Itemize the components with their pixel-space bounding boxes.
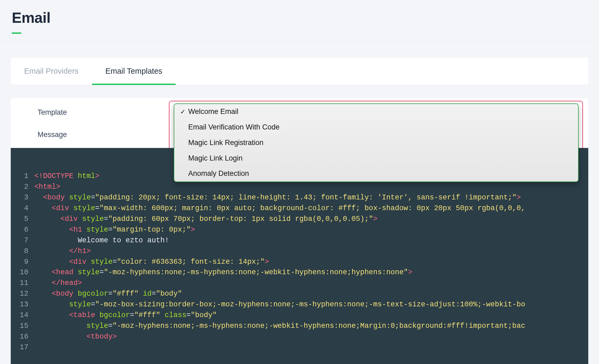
editor-code[interactable]: <!DOCTYPE html><html> <body style="paddi… <box>32 169 588 353</box>
dropdown-option-magic-link-login[interactable]: Magic Link Login <box>174 151 578 166</box>
page-title: Email <box>12 9 50 26</box>
editor-line[interactable]: </head> <box>34 278 588 289</box>
editor-line[interactable]: style="-moz-box-sizing:border-box;-moz-h… <box>34 299 588 310</box>
tab-email-providers[interactable]: Email Providers <box>11 58 92 85</box>
editor-line[interactable]: <div style="max-width: 600px; margin: 0p… <box>34 203 588 214</box>
check-icon: ✓ <box>180 107 188 117</box>
dropdown-option-label: Anomaly Detection <box>188 168 249 179</box>
dropdown-option-label: Magic Link Registration <box>188 137 264 148</box>
editor-line[interactable]: <div style="padding: 60px 70px; border-t… <box>34 214 588 225</box>
editor-line[interactable]: <body style="padding: 20px; font-size: 1… <box>34 192 588 203</box>
tab-email-templates[interactable]: Email Templates <box>92 58 176 85</box>
template-label: Template <box>38 107 166 117</box>
editor-line[interactable]: Welcome to ezto auth! <box>34 235 588 246</box>
tab-bar: Email Providers Email Templates <box>11 58 588 85</box>
dropdown-option-magic-link-registration[interactable]: Magic Link Registration <box>174 135 578 151</box>
editor-line[interactable]: </h1> <box>34 246 588 257</box>
editor-line[interactable]: <div style="color: #636363; font-size: 1… <box>34 257 588 268</box>
dropdown-option-welcome-email[interactable]: ✓ Welcome Email <box>174 104 578 120</box>
dropdown-option-email-verification[interactable]: Email Verification With Code <box>174 120 578 135</box>
editor-line[interactable]: <table bgcolor="#fff" class="body" <box>34 310 588 321</box>
editor-gutter: 1234567891011121314151617 <box>11 169 32 353</box>
dropdown-option-label: Email Verification With Code <box>188 122 280 133</box>
dropdown-option-label: Welcome Email <box>188 106 238 117</box>
editor-line[interactable]: <html> <box>34 182 588 192</box>
dropdown-option-label: Magic Link Login <box>188 153 243 164</box>
editor-line[interactable]: <body bgcolor="#fff" id="body" <box>34 289 588 299</box>
dropdown-option-anomaly-detection[interactable]: Anomaly Detection <box>174 166 578 181</box>
template-select-dropdown[interactable]: ✓ Welcome Email Email Verification With … <box>174 103 579 182</box>
editor-line[interactable]: <h1 style="margin-top: 0px;"> <box>34 225 588 235</box>
editor-line[interactable]: style="-moz-hyphens:none;-ms-hyphens:non… <box>34 321 588 332</box>
editor-line[interactable]: <head style="-moz-hyphens:none;-ms-hyphe… <box>34 267 588 278</box>
editor-line[interactable]: <tbody> <box>34 332 588 342</box>
form-card: Template Message ✓ Welcome Email Email V… <box>11 98 588 148</box>
message-label: Message <box>38 129 166 139</box>
divider <box>0 41 599 42</box>
